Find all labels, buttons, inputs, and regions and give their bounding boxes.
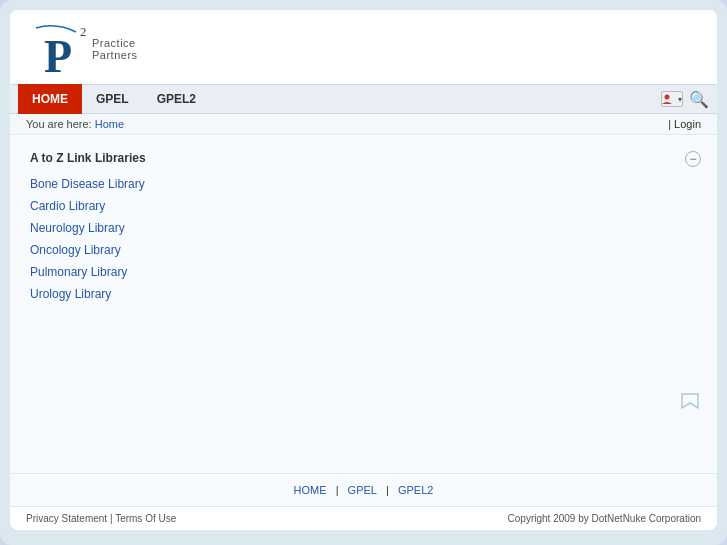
nav-gpel[interactable]: GPEL — [82, 84, 143, 114]
footer-bottom: Privacy Statement | Terms Of Use Copyrig… — [10, 506, 717, 530]
library-list: Bone Disease Library Cardio Library Neur… — [30, 177, 697, 301]
footer-gpel2-link[interactable]: GPEL2 — [398, 484, 433, 496]
header: P 2 Practice Partners — [10, 10, 717, 84]
list-item: Neurology Library — [30, 221, 697, 235]
cardio-link[interactable]: Cardio Library — [30, 199, 105, 213]
list-item: Urology Library — [30, 287, 697, 301]
copyright-text: Copyright 2009 by DotNetNuke Corporation — [508, 513, 701, 524]
terms-link[interactable]: Terms Of Use — [115, 513, 176, 524]
urology-link[interactable]: Urology Library — [30, 287, 111, 301]
navbar: HOME GPEL GPEL2 🔍 — [10, 84, 717, 114]
login-link[interactable]: | Login — [668, 118, 701, 130]
svg-text:P: P — [44, 31, 72, 78]
nav-search-area: 🔍 — [661, 90, 709, 109]
neurology-link[interactable]: Neurology Library — [30, 221, 125, 235]
outer-container: P 2 Practice Partners HOME GPEL GPEL2 — [0, 0, 727, 545]
footer-sep1: | — [336, 484, 339, 496]
decorative-icon — [679, 392, 701, 413]
footer-legal: Privacy Statement | Terms Of Use — [26, 513, 176, 524]
privacy-link[interactable]: Privacy Statement — [26, 513, 107, 524]
breadcrumb-prefix: You are here: — [26, 118, 92, 130]
bone-disease-link[interactable]: Bone Disease Library — [30, 177, 145, 191]
list-item: Bone Disease Library — [30, 177, 697, 191]
svg-text:2: 2 — [80, 24, 87, 39]
pulmonary-link[interactable]: Pulmonary Library — [30, 265, 127, 279]
inner-container: P 2 Practice Partners HOME GPEL GPEL2 — [10, 10, 717, 530]
footer-gpel-link[interactable]: GPEL — [348, 484, 377, 496]
footer-sep2: | — [386, 484, 389, 496]
list-item: Cardio Library — [30, 199, 697, 213]
oncology-link[interactable]: Oncology Library — [30, 243, 121, 257]
svg-point-2 — [665, 94, 670, 99]
logo-text: Practice Partners — [92, 37, 138, 61]
logo-practice: Practice — [92, 37, 138, 49]
logo-wrapper: P 2 Practice Partners — [26, 20, 138, 78]
main-content: − A to Z Link Libraries Bone Disease Lib… — [10, 135, 717, 473]
breadcrumb-home-link[interactable]: Home — [95, 118, 124, 130]
footer-link-bar: HOME | GPEL | GPEL2 — [10, 473, 717, 506]
section-title: A to Z Link Libraries — [30, 151, 697, 165]
bookmark-icon — [679, 392, 701, 410]
nav-user-icon[interactable] — [661, 91, 683, 107]
nav-home[interactable]: HOME — [18, 84, 82, 114]
nav-gpel2[interactable]: GPEL2 — [143, 84, 210, 114]
list-item: Pulmonary Library — [30, 265, 697, 279]
search-icon[interactable]: 🔍 — [689, 90, 709, 109]
logo-svg: P 2 — [26, 20, 96, 78]
list-item: Oncology Library — [30, 243, 697, 257]
logo-partners: Partners — [92, 49, 138, 61]
collapse-icon[interactable]: − — [685, 151, 701, 167]
user-icon — [662, 94, 676, 105]
breadcrumb: You are here: Home — [26, 118, 124, 130]
footer-home-link[interactable]: HOME — [294, 484, 327, 496]
breadcrumb-bar: You are here: Home | Login — [10, 114, 717, 135]
